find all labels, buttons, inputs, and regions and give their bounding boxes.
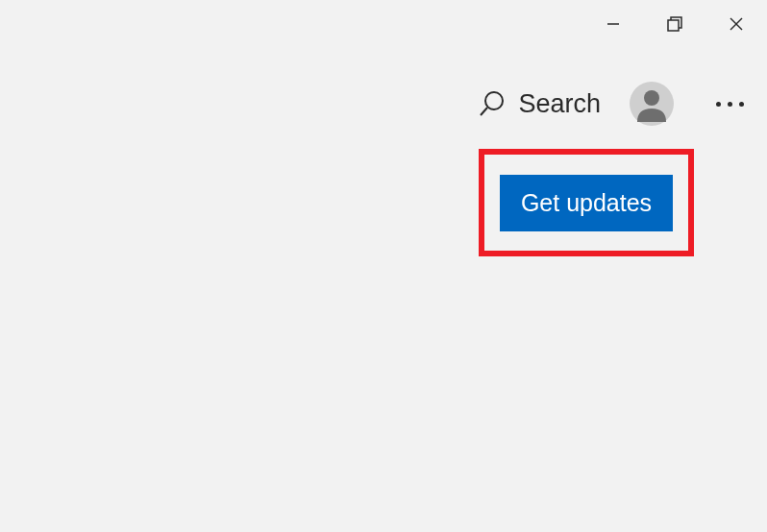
close-button[interactable] bbox=[705, 0, 767, 48]
search-icon bbox=[478, 89, 507, 118]
get-updates-button[interactable]: Get updates bbox=[500, 175, 673, 231]
more-icon bbox=[739, 102, 744, 107]
person-icon bbox=[630, 82, 674, 126]
maximize-icon bbox=[666, 15, 683, 33]
maximize-button[interactable] bbox=[644, 0, 705, 48]
svg-rect-1 bbox=[668, 20, 679, 31]
more-menu-button[interactable] bbox=[710, 102, 750, 107]
window-controls bbox=[582, 0, 767, 48]
more-icon bbox=[716, 102, 721, 107]
close-icon bbox=[729, 16, 744, 32]
highlight-annotation: Get updates bbox=[479, 149, 694, 256]
search-button[interactable]: Search bbox=[478, 89, 601, 119]
search-label: Search bbox=[518, 89, 601, 119]
minimize-button[interactable] bbox=[582, 0, 644, 48]
svg-point-6 bbox=[644, 90, 659, 106]
minimize-icon bbox=[606, 17, 620, 31]
svg-point-4 bbox=[485, 92, 503, 109]
toolbar: Search bbox=[478, 82, 750, 126]
more-icon bbox=[728, 102, 732, 107]
avatar[interactable] bbox=[630, 82, 674, 126]
svg-line-5 bbox=[481, 108, 487, 115]
